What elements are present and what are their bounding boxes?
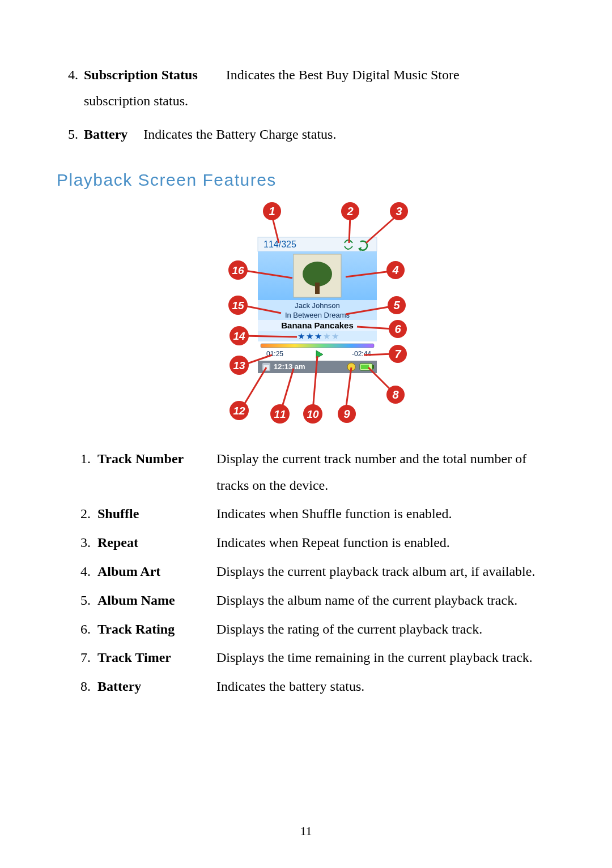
item-desc: Displays the time remaining in the curre… <box>216 644 555 671</box>
artist-label: Jack Johnson <box>295 301 340 310</box>
callout-7: 7 <box>394 348 401 360</box>
item-number: 5. <box>74 587 97 614</box>
item-term: Battery <box>84 127 128 142</box>
item-desc: Indicates when Shuffle function is enabl… <box>216 501 555 527</box>
svg-line-29 <box>243 336 297 337</box>
item-term: Battery <box>97 673 216 700</box>
item-desc: Indicates the battery status. <box>216 673 555 700</box>
callout-2: 2 <box>346 205 353 217</box>
svg-text:★: ★ <box>298 332 305 341</box>
item-number: 5. <box>62 122 84 148</box>
list-item: 2. Shuffle Indicates when Shuffle functi… <box>74 501 555 527</box>
callout-1: 1 <box>269 205 275 217</box>
item-term: Track Timer <box>97 644 216 671</box>
list-item: 5. Album Name Displays the album name of… <box>74 587 555 614</box>
item-number: 2. <box>74 501 97 527</box>
section-heading: Playback Screen Features <box>57 170 555 190</box>
svg-line-26 <box>281 369 294 411</box>
list-item: 6. Track Rating Displays the rating of t… <box>74 616 555 643</box>
album-label: In Between Dreams <box>285 311 350 319</box>
callout-9: 9 <box>343 408 350 420</box>
svg-text:★: ★ <box>332 332 339 341</box>
item-number: 4. <box>74 558 97 585</box>
svg-line-24 <box>346 367 351 411</box>
list-item: 8. Battery Indicates the battery status. <box>74 673 555 700</box>
callout-12: 12 <box>233 405 245 417</box>
remaining-time: -02:44 <box>352 350 371 358</box>
list-item: 3. Repeat Indicates when Repeat function… <box>74 529 555 556</box>
list-item: 4. Subscription StatusIndicates the Best… <box>62 62 555 114</box>
item-desc: Displays the current playback track albu… <box>216 558 555 585</box>
list-item: 1. Track Number Display the current trac… <box>74 446 555 499</box>
item-term: Track Rating <box>97 616 216 643</box>
item-body: Subscription StatusIndicates the Best Bu… <box>84 62 555 114</box>
callout-8: 8 <box>392 388 399 401</box>
list-item: 7. Track Timer Displays the time remaini… <box>74 644 555 671</box>
progress-bar <box>261 344 374 348</box>
callout-14: 14 <box>233 330 245 342</box>
callout-4: 4 <box>392 264 398 276</box>
item-body: BatteryIndicates the Battery Charge stat… <box>84 122 555 148</box>
list-item: 4. Album Art Displays the current playba… <box>74 558 555 585</box>
svg-text:★: ★ <box>306 332 313 341</box>
item-desc-line2: subscription status. <box>84 88 555 114</box>
item-term: Shuffle <box>97 501 216 527</box>
item-term: Album Art <box>97 558 216 585</box>
item-number: 3. <box>74 529 97 556</box>
page-number: 11 <box>0 824 612 839</box>
item-number: 7. <box>74 644 97 671</box>
clock-label: 12:13 am <box>274 362 305 371</box>
svg-line-23 <box>368 367 392 391</box>
item-desc: Display the current track number and the… <box>216 446 555 499</box>
item-number: 1. <box>74 446 97 472</box>
svg-rect-14 <box>372 365 374 369</box>
item-desc: Displays the rating of the current playb… <box>216 616 555 643</box>
item-number: 8. <box>74 673 97 700</box>
callout-6: 6 <box>394 323 401 335</box>
tree-trunk <box>315 283 320 294</box>
item-number: 6. <box>74 616 97 643</box>
item-term: Track Number <box>97 446 216 472</box>
item-desc-line1: Indicates the Best Buy Digital Music Sto… <box>226 67 460 82</box>
svg-text:★: ★ <box>314 332 322 341</box>
callout-3: 3 <box>396 205 402 217</box>
svg-rect-15 <box>361 365 369 369</box>
item-term: Repeat <box>97 529 216 556</box>
callout-15: 15 <box>232 300 244 311</box>
item-desc: Indicates when Repeat function is enable… <box>216 529 555 556</box>
callout-10: 10 <box>307 408 319 420</box>
item-term: Subscription Status <box>84 67 198 82</box>
playback-screen-diagram: 114/325 Jack Johnson In Between Dreams B… <box>57 198 555 435</box>
svg-line-27 <box>243 367 266 407</box>
list-item: 5. BatteryIndicates the Battery Charge s… <box>62 122 555 148</box>
callout-16: 16 <box>232 264 244 276</box>
item-term: Album Name <box>97 587 216 614</box>
item-number: 4. <box>62 62 84 88</box>
item-desc-line1: Indicates the Battery Charge status. <box>143 127 336 142</box>
track-counter: 114/325 <box>264 240 296 249</box>
playback-screen-mock: 114/325 Jack Johnson In Between Dreams B… <box>258 237 377 373</box>
battery-icon <box>360 364 374 370</box>
callout-11: 11 <box>274 408 286 420</box>
feature-list: 1. Track Number Display the current trac… <box>74 446 555 700</box>
svg-text:★: ★ <box>323 332 330 341</box>
track-title-label: Banana Pancakes <box>281 320 354 330</box>
svg-line-18 <box>366 216 397 243</box>
previous-list-continuation: 4. Subscription StatusIndicates the Best… <box>62 62 555 148</box>
callout-13: 13 <box>233 360 245 371</box>
callout-5: 5 <box>393 299 400 311</box>
item-desc: Displays the album name of the current p… <box>216 587 555 614</box>
